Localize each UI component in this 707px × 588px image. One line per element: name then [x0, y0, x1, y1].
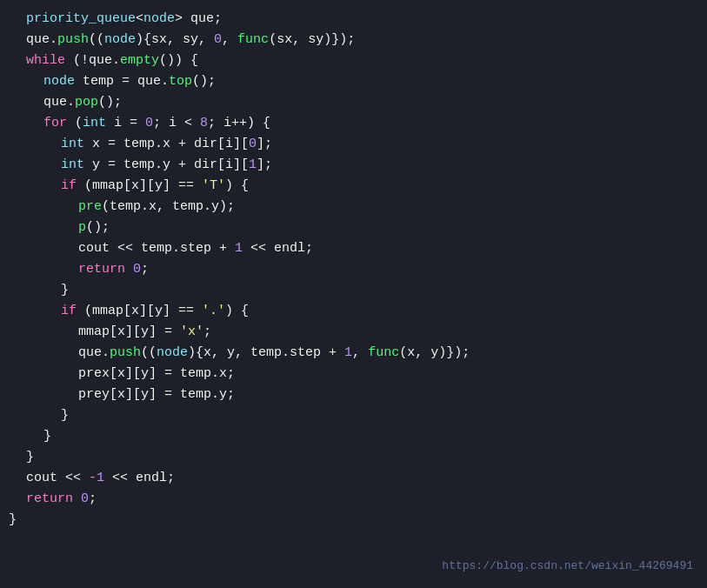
- code-token: '.': [202, 301, 225, 322]
- code-token: 'T': [202, 176, 225, 197]
- code-line: cout << temp.step + 1 << endl;: [0, 238, 707, 259]
- code-token: [73, 489, 81, 510]
- code-token: (x, y)});: [399, 343, 470, 364]
- code-line: int x = temp.x + dir[i][0];: [0, 134, 707, 155]
- code-token: que.: [26, 30, 57, 50]
- code-token: 1: [344, 343, 352, 364]
- code-token: p: [78, 217, 86, 238]
- code-line: cout << -1 << endl;: [0, 468, 707, 489]
- code-token: <: [136, 9, 143, 30]
- code-token: prey[x][y] = temp.y;: [78, 384, 235, 405]
- code-token: ; i++) {: [208, 113, 270, 134]
- code-token: 8: [200, 113, 208, 134]
- code-token: return: [26, 489, 73, 510]
- code-line: return 0;: [0, 489, 707, 510]
- code-token: 0: [81, 489, 89, 510]
- code-token: (mmap[x][y] ==: [77, 301, 202, 322]
- code-token: (!que.: [65, 50, 120, 71]
- code-token: 0: [133, 259, 141, 280]
- code-token: 1: [249, 155, 257, 176]
- code-container: priority_queue<node> que;que.push((node)…: [0, 0, 707, 588]
- code-token: 1: [235, 238, 243, 259]
- code-token: -: [89, 468, 97, 489]
- code-line: if (mmap[x][y] == '.') {: [0, 301, 707, 322]
- code-line: return 0;: [0, 259, 707, 280]
- code-token: priority_queue: [26, 9, 136, 30]
- code-token: ;: [89, 489, 97, 510]
- code-token: (temp.x, temp.y);: [102, 197, 235, 217]
- code-token: top: [169, 71, 192, 92]
- code-token: 'x': [180, 322, 203, 343]
- code-token: return: [78, 259, 125, 280]
- code-line: }: [0, 280, 707, 301]
- code-line: que.push((node){x, y, temp.step + 1, fun…: [0, 343, 707, 364]
- code-line: for (int i = 0; i < 8; i++) {: [0, 113, 707, 134]
- code-token: 0: [249, 134, 257, 155]
- code-token: > que;: [175, 9, 222, 30]
- code-token: ((: [141, 343, 157, 364]
- code-token: << endl;: [243, 238, 313, 259]
- code-token: 0: [145, 113, 153, 134]
- code-token: ];: [257, 155, 272, 176]
- code-token: (mmap[x][y] ==: [77, 176, 202, 197]
- code-token: func: [237, 30, 269, 50]
- code-token: ;: [141, 259, 149, 280]
- watermark: https://blog.csdn.net/weixin_44269491: [442, 558, 693, 576]
- code-line: que.pop();: [0, 92, 707, 113]
- code-token: ) {: [225, 176, 249, 197]
- code-token: node: [104, 30, 136, 50]
- code-token: func: [368, 343, 399, 364]
- code-token: cout << temp.step +: [78, 238, 235, 259]
- code-token: node: [157, 343, 188, 364]
- code-token: 1: [97, 468, 104, 489]
- code-token: }: [26, 447, 34, 468]
- code-token: temp = que.: [75, 71, 169, 92]
- code-token: }: [43, 426, 51, 447]
- code-line: prex[x][y] = temp.x;: [0, 364, 707, 384]
- code-token: (: [67, 113, 83, 134]
- code-token: 0: [214, 30, 222, 50]
- code-token: for: [43, 113, 67, 134]
- code-line: prey[x][y] = temp.y;: [0, 384, 707, 405]
- code-token: }: [61, 405, 69, 426]
- code-token: ((: [89, 30, 104, 50]
- code-token: ,: [352, 343, 368, 364]
- code-token: ;: [203, 322, 211, 343]
- code-token: ()) {: [159, 50, 198, 71]
- code-token: ];: [257, 134, 272, 155]
- code-token: ();: [98, 92, 122, 113]
- code-token: empty: [120, 50, 159, 71]
- code-token: ,: [222, 30, 237, 50]
- code-line: }: [0, 447, 707, 468]
- code-token: push: [110, 343, 141, 364]
- code-token: ();: [86, 217, 110, 238]
- code-line: node temp = que.top();: [0, 71, 707, 92]
- code-token: [125, 259, 133, 280]
- code-token: pop: [75, 92, 98, 113]
- code-token: int: [83, 113, 106, 134]
- code-token: cout <<: [26, 468, 89, 489]
- code-token: }: [9, 510, 17, 531]
- code-token: ){x, y, temp.step +: [188, 343, 344, 364]
- code-token: ();: [192, 71, 216, 92]
- code-token: prex[x][y] = temp.x;: [78, 364, 235, 384]
- code-line: }: [0, 426, 707, 447]
- code-line: if (mmap[x][y] == 'T') {: [0, 176, 707, 197]
- code-token: int: [61, 155, 84, 176]
- code-token: ) {: [225, 301, 249, 322]
- code-line: priority_queue<node> que;: [0, 9, 707, 30]
- code-line: p();: [0, 217, 707, 238]
- code-token: (sx, sy)});: [269, 30, 355, 50]
- code-line: pre(temp.x, temp.y);: [0, 197, 707, 217]
- code-line: while (!que.empty()) {: [0, 50, 707, 71]
- code-token: node: [143, 9, 175, 30]
- code-token: x = temp.x + dir[i][: [84, 134, 249, 155]
- code-token: i =: [106, 113, 145, 134]
- code-token: << endl;: [104, 468, 175, 489]
- code-token: while: [26, 50, 65, 71]
- code-token: node: [43, 71, 75, 92]
- code-token: y = temp.y + dir[i][: [84, 155, 249, 176]
- code-line: }: [0, 510, 707, 531]
- code-line: mmap[x][y] = 'x';: [0, 322, 707, 343]
- code-token: que.: [43, 92, 75, 113]
